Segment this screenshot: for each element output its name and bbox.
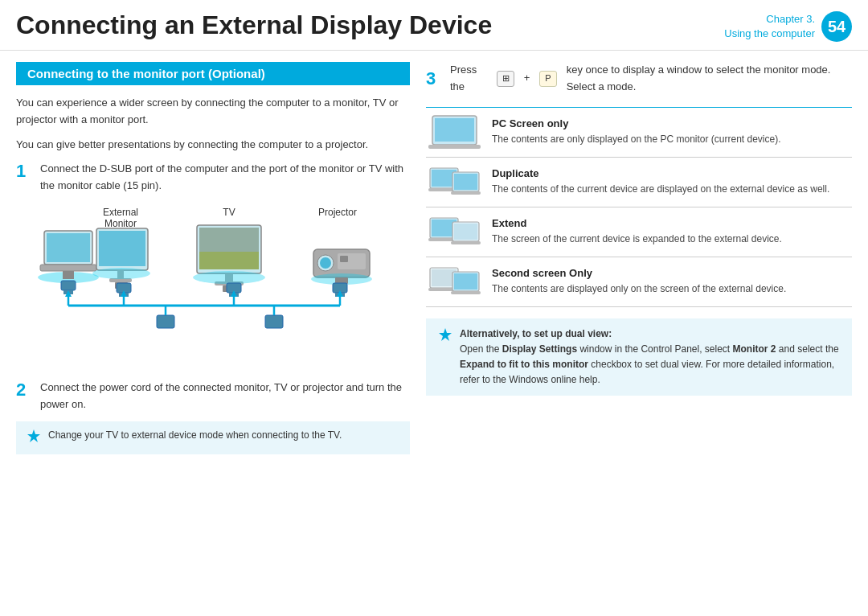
step-2: 2 Connect the power cord of the connecte… — [16, 380, 410, 413]
p-key-icon: P — [539, 71, 557, 87]
mode-duplicate-text: Duplicate The contents of the current de… — [492, 167, 852, 196]
mode-table: PC Screen only The contents are only dis… — [426, 107, 852, 307]
svg-rect-71 — [451, 291, 481, 294]
step3-text-after: key once to display a window to select t… — [567, 62, 852, 96]
right-column: 3 Press the ⊞ + P key once to display a … — [426, 51, 852, 614]
svg-rect-30 — [61, 281, 76, 290]
svg-rect-59 — [451, 191, 481, 195]
svg-rect-49 — [265, 315, 283, 328]
svg-rect-47 — [157, 315, 174, 328]
content-area: Connecting to the monitor port (Optional… — [0, 51, 868, 614]
mode-extend-text: Extend The screen of the current device … — [492, 217, 852, 246]
mode-pc-screen-text: PC Screen only The contents are only dis… — [492, 117, 852, 146]
pc-screen-desc: The contents are only displayed on the P… — [492, 132, 852, 146]
mode-row-duplicate: Duplicate The contents of the current de… — [426, 158, 852, 207]
left-column: Connecting to the monitor port (Optional… — [16, 51, 410, 614]
svg-point-21 — [193, 271, 265, 284]
svg-rect-64 — [454, 224, 477, 240]
second-screen-icon-cell — [426, 264, 482, 300]
step-1: 1 Connect the D-SUB port of the computer… — [16, 161, 410, 195]
plus-sign: + — [524, 70, 530, 87]
mode-row-second-screen: Second screen Only The contents are disp… — [426, 257, 852, 307]
diagram-svg: External Monitor TV Projector — [16, 203, 410, 372]
extend-desc: The screen of the current device is expa… — [492, 232, 852, 246]
mode-row-pc-screen: PC Screen only The contents are only dis… — [426, 108, 852, 158]
extend-icon-cell — [426, 214, 482, 250]
svg-rect-70 — [454, 273, 477, 290]
chapter-text: Chapter 3. Using the computer — [724, 12, 815, 41]
svg-point-25 — [320, 257, 331, 269]
duplicate-icon-cell — [426, 164, 482, 200]
svg-rect-52 — [435, 118, 474, 142]
step-1-text: Connect the D-SUB port of the computer a… — [40, 161, 410, 195]
second-screen-icon — [428, 264, 481, 300]
note-box: Change your TV to external device mode w… — [16, 421, 410, 454]
duplicate-desc: The contents of the current device are d… — [492, 182, 852, 196]
svg-rect-8 — [63, 271, 74, 279]
svg-text:Monitor: Monitor — [104, 218, 137, 229]
second-screen-desc: The contents are displayed only on the s… — [492, 281, 852, 296]
svg-rect-53 — [428, 145, 481, 149]
extend-title: Extend — [492, 217, 852, 229]
extend-icon — [428, 214, 481, 250]
page-number: 54 — [821, 11, 852, 42]
step-2-text: Connect the power cord of the connected … — [40, 380, 410, 413]
svg-point-13 — [92, 268, 150, 279]
intro-text-2: You can give better presentations by con… — [16, 137, 410, 154]
duplicate-icon — [428, 164, 481, 200]
intro-text-1: You can experience a wider screen by con… — [16, 95, 410, 129]
step3-text-before: Press the — [450, 62, 488, 96]
svg-rect-58 — [454, 174, 477, 190]
info-box: Alternatively, to set up dual view: Open… — [426, 318, 852, 396]
svg-rect-6 — [40, 265, 96, 271]
info-text-content: Alternatively, to set up dual view: Open… — [460, 326, 841, 388]
svg-text:TV: TV — [223, 207, 235, 218]
windows-key-icon: ⊞ — [497, 71, 514, 87]
step-3-intro: 3 Press the ⊞ + P key once to display a … — [426, 62, 852, 96]
svg-rect-10 — [99, 231, 145, 266]
pc-screen-title: PC Screen only — [492, 117, 852, 129]
page-header: Connecting an External Display Device Ch… — [0, 0, 868, 51]
duplicate-title: Duplicate — [492, 167, 852, 179]
note-text: Change your TV to external device mode w… — [48, 428, 342, 442]
pc-screen-icon-cell — [426, 114, 482, 150]
svg-rect-18 — [199, 252, 259, 269]
step-2-number: 2 — [16, 380, 32, 413]
svg-rect-65 — [451, 241, 481, 244]
mode-second-screen-text: Second screen Only The contents are disp… — [492, 267, 852, 296]
step-3-number: 3 — [426, 68, 442, 89]
page-title: Connecting an External Display Device — [16, 11, 492, 39]
svg-text:External: External — [103, 207, 138, 218]
mode-row-extend: Extend The screen of the current device … — [426, 207, 852, 257]
info-icon — [437, 326, 453, 347]
section-header: Connecting to the monitor port (Optional… — [16, 62, 410, 85]
info-title: Alternatively, to set up dual view: — [460, 328, 612, 339]
svg-rect-27 — [340, 256, 348, 262]
chapter-info: Chapter 3. Using the computer 54 — [724, 11, 852, 42]
svg-text:Projector: Projector — [318, 207, 357, 218]
pc-screen-icon — [428, 114, 481, 150]
step-1-number: 1 — [16, 161, 32, 195]
diagram: External Monitor TV Projector — [16, 203, 410, 372]
svg-rect-17 — [199, 228, 259, 252]
svg-rect-5 — [47, 233, 90, 262]
second-screen-title: Second screen Only — [492, 267, 852, 279]
note-icon — [26, 428, 42, 448]
